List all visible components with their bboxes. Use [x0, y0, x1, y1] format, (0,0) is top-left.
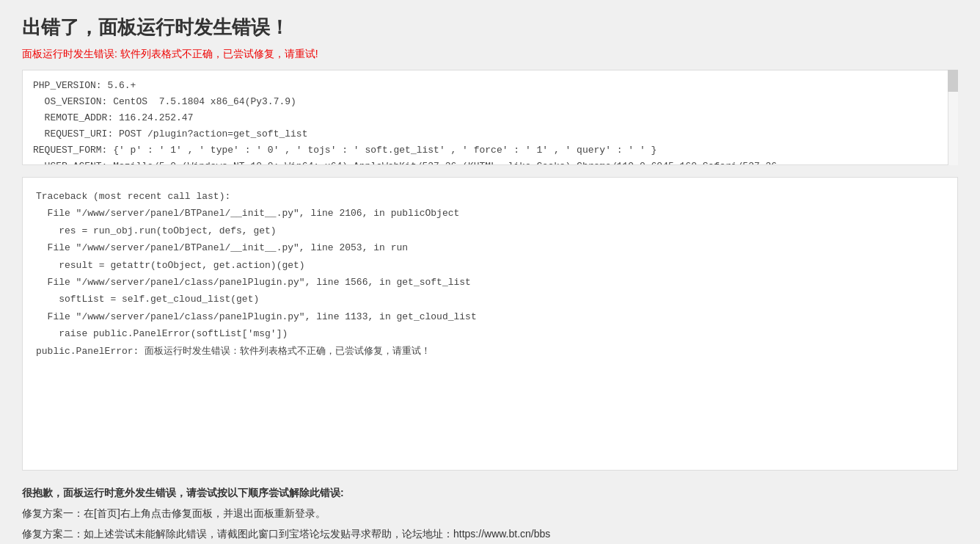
scrollbar[interactable] — [948, 70, 958, 165]
solution-1: 修复方案一：在[首页]右上角点击修复面板，并退出面板重新登录。 — [22, 503, 958, 523]
footer-section: 很抱歉，面板运行时意外发生错误，请尝试按以下顺序尝试解除此错误: 修复方案一：在… — [22, 482, 958, 544]
info-block: PHP_VERSION: 5.6.+ OS_VERSION: CentOS 7.… — [22, 70, 958, 165]
page-title: 出错了，面板运行时发生错误！ — [22, 15, 958, 40]
traceback-block: Traceback (most recent call last): File … — [22, 177, 958, 471]
scrollbar-thumb[interactable] — [948, 70, 958, 92]
solution-2: 修复方案二：如上述尝试未能解除此错误，请截图此窗口到宝塔论坛发贴寻求帮助，论坛地… — [22, 523, 958, 544]
error-summary: 面板运行时发生错误: 软件列表格式不正确，已尝试修复，请重试! — [22, 48, 958, 61]
footer-title: 很抱歉，面板运行时意外发生错误，请尝试按以下顺序尝试解除此错误: — [22, 482, 958, 503]
